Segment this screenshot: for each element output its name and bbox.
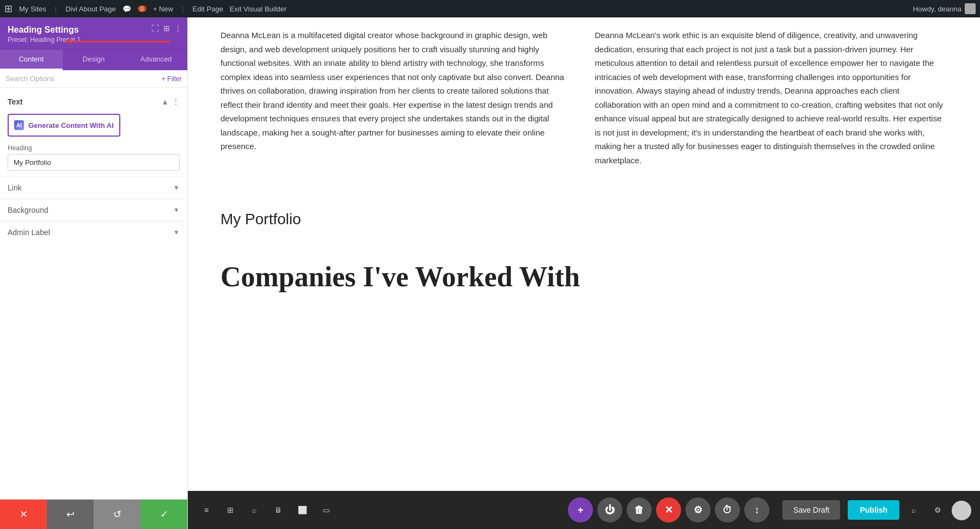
bottom-toolbar: ≡ ⊞ ⌕ 🖥 ⬜ ▭ + ⏻ 🗑 ✕ ⚙ ⏱ ↕ Save Draft Pub… [188,491,980,529]
cancel-button[interactable]: ✕ [0,500,47,529]
toolbar-desktop-icon[interactable]: 🖥 [268,500,288,520]
timer-button[interactable]: ⏱ [715,497,740,522]
undo-button[interactable]: ↩ [47,500,94,529]
admin-label-section: Admin Label ▼ [0,221,187,243]
confirm-button[interactable]: ✓ [140,500,187,529]
red-line [72,41,170,42]
tab-content[interactable]: Content [0,50,63,70]
toolbar-tablet-icon[interactable]: ⬜ [292,500,312,520]
link-section: Link ▼ [0,176,187,199]
text-section-icons: ▲ ⋮ [161,97,180,106]
red-arrowhead-icon [65,38,71,45]
panel-search-bar: + Filter [0,70,187,88]
tab-design[interactable]: Design [63,50,125,70]
toolbar-grid-icon[interactable]: ⊞ [220,500,240,520]
ai-button-label: Generate Content With AI [28,121,114,130]
panel-header: Heading Settings Preset: Heading Preset … [0,17,187,49]
admin-bar: ⊞ My Sites | Divi About Page 💬 0 + New |… [0,0,980,17]
sort-button[interactable]: ↕ [744,497,769,522]
text-section-title: Text [8,97,23,106]
panel-body: Text ▲ ⋮ AI Generate Content With AI Hea… [0,88,187,499]
portfolio-heading: My Portfolio [220,211,947,228]
user-avatar-circle [952,501,971,520]
background-section-header[interactable]: Background ▼ [0,199,187,221]
filter-button[interactable]: + Filter [162,75,182,83]
heading-label: Heading [8,144,180,152]
red-arrow-annotation [65,38,170,45]
my-sites-link[interactable]: My Sites [19,5,46,13]
add-element-button[interactable]: + [568,497,593,522]
col2-text: Deanna McLean's work ethic is an exquisi… [595,28,948,167]
admin-label-title: Admin Label [8,228,50,237]
main-content-area: Deanna McLean is a multifaceted digital … [188,17,980,529]
panel-actions: ✕ ↩ ↺ ✓ [0,499,187,529]
admin-label-chevron-icon: ▼ [173,229,180,236]
save-draft-button[interactable]: Save Draft [782,500,840,520]
close-button[interactable]: ✕ [656,497,681,522]
ai-icon: AI [14,120,24,130]
divi-about-page-link[interactable]: Divi About Page [65,5,116,13]
companies-heading: Companies I've Worked With [220,261,947,293]
delete-button[interactable]: 🗑 [627,497,652,522]
more-icon[interactable]: ⋮ [172,97,180,106]
text-section-header[interactable]: Text ▲ ⋮ [0,93,187,110]
edit-page-link[interactable]: Edit Page [192,5,223,13]
more-options-icon[interactable]: ⋮ [174,24,182,33]
ai-generate-button[interactable]: AI Generate Content With AI [8,114,120,137]
search-input[interactable] [5,75,158,83]
background-section-title: Background [8,206,48,214]
link-section-header[interactable]: Link ▼ [0,177,187,199]
two-col-section: Deanna McLean is a multifaceted digital … [220,28,947,167]
redo-button[interactable]: ↺ [94,500,140,529]
comment-icon: 💬 [122,5,131,13]
collapse-icon[interactable]: ▲ [161,97,169,106]
heading-settings-panel: Heading Settings Preset: Heading Preset … [0,17,188,529]
background-chevron-icon: ▼ [173,206,180,214]
settings-button[interactable]: ⚙ [685,497,710,522]
new-link[interactable]: + New [153,5,173,13]
link-chevron-icon: ▼ [173,184,180,192]
power-button[interactable]: ⏻ [597,497,622,522]
page-body: Deanna McLean is a multifaceted digital … [188,17,980,200]
comment-count-badge[interactable]: 0 [138,5,146,12]
avatar [965,3,976,14]
wp-logo-icon[interactable]: ⊞ [4,3,13,15]
heading-field-group: Heading [0,142,187,176]
col1-text: Deanna McLean is a multifaceted digital … [220,28,573,167]
publish-button[interactable]: Publish [848,500,899,520]
toolbar-search-icon[interactable]: ⌕ [244,500,264,520]
link-section-title: Link [8,183,22,192]
howdy-text: Howdy, deanna [913,5,961,13]
exit-visual-builder-link[interactable]: Exit Visual Builder [230,5,287,13]
settings-right-icon[interactable]: ⚙ [928,500,947,520]
toolbar-mobile-icon[interactable]: ▭ [316,500,336,520]
panel-tabs: Content Design Advanced [0,49,187,70]
search-right-icon[interactable]: ⌕ [904,500,923,520]
toolbar-menu-icon[interactable]: ≡ [197,500,216,520]
heading-input[interactable] [8,154,180,171]
tab-advanced[interactable]: Advanced [125,50,187,70]
panel-header-icons: ⛶ ⊞ ⋮ [151,24,182,33]
fullscreen-icon[interactable]: ⛶ [151,24,159,33]
background-section: Background ▼ [0,199,187,221]
admin-label-section-header[interactable]: Admin Label ▼ [0,222,187,243]
panel-preset: Preset: Heading Preset 1 [8,36,180,44]
grid-icon[interactable]: ⊞ [163,24,170,33]
